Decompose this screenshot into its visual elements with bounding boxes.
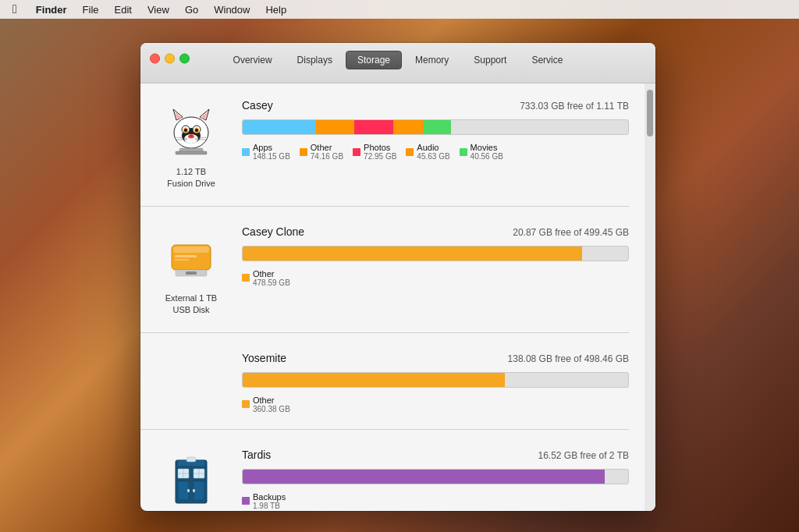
drive-icon-tardis: External 3 TBUSB Disk: [140, 445, 242, 511]
legend-name: Other: [253, 395, 290, 405]
drive-header: Casey 733.03 GB free of 1.11 TB: [242, 99, 629, 112]
bar-segment: [243, 373, 505, 387]
drive-free-space: 16.52 GB free of 2 TB: [538, 450, 629, 461]
bar-segment: [354, 120, 392, 134]
legend-item: Backups 1.98 TB: [242, 492, 286, 510]
bar-segment: [424, 120, 451, 134]
svg-rect-37: [194, 481, 204, 500]
svg-rect-22: [173, 246, 209, 253]
svg-point-12: [195, 129, 198, 132]
legend-color-dot: [242, 497, 250, 505]
tab-support[interactable]: Support: [462, 51, 518, 69]
bar-segment: [243, 246, 582, 261]
drive-info-casey: Casey 733.03 GB free of 1.11 TB Apps 148…: [242, 96, 629, 161]
close-button[interactable]: [150, 53, 160, 63]
legend-item: Movies 40.56 GB: [460, 143, 503, 161]
legend-name: Other: [311, 143, 343, 152]
legend-name: Other: [253, 269, 290, 278]
legend-item: Apps 148.15 GB: [242, 143, 290, 161]
legend-item: Audio 45.63 GB: [406, 143, 449, 161]
drive-name: Tardis: [242, 449, 271, 461]
menubar-help[interactable]: Help: [259, 0, 293, 19]
scrollbar-track[interactable]: [645, 83, 655, 511]
bar-segment: [316, 120, 354, 134]
drive-name: Casey: [242, 99, 273, 112]
tabs: OverviewDisplaysStorageMemorySupportServ…: [222, 51, 575, 69]
drive-header: Casey Clone 20.87 GB free of 499.45 GB: [242, 225, 629, 238]
drive-info-yosemite: Yosemite 138.08 GB free of 498.46 GB Oth…: [242, 349, 629, 413]
tab-displays[interactable]: Displays: [286, 51, 344, 69]
bar-segment: [393, 120, 424, 134]
svg-rect-36: [178, 481, 189, 500]
legend-size: 478.59 GB: [253, 278, 290, 287]
minimize-button[interactable]: [165, 53, 175, 63]
drive-info-casey-clone: Casey Clone 20.87 GB free of 499.45 GB O…: [242, 222, 629, 287]
svg-rect-25: [175, 255, 197, 257]
svg-rect-38: [187, 489, 190, 492]
legend-name: Audio: [417, 143, 449, 152]
menubar:  Finder File Edit View Go Window Help: [0, 0, 799, 19]
legend-item: Other 74.16 GB: [300, 143, 343, 161]
tab-storage[interactable]: Storage: [346, 51, 402, 69]
svg-rect-29: [186, 457, 196, 462]
svg-rect-39: [193, 489, 195, 492]
about-this-mac-window: OverviewDisplaysStorageMemorySupportServ…: [140, 43, 655, 511]
storage-legend: Other 360.38 GB: [242, 395, 629, 413]
content-area: 1.12 TBFusion Drive Casey 733.03 GB free…: [140, 83, 655, 511]
legend-size: 74.16 GB: [311, 152, 343, 161]
menubar-file[interactable]: File: [76, 0, 105, 19]
legend-item: Other 478.59 GB: [242, 269, 290, 287]
menubar-window[interactable]: Window: [208, 0, 256, 19]
menubar-go[interactable]: Go: [179, 0, 204, 19]
drive-item-tardis: External 3 TBUSB Disk Tardis 16.52 GB fr…: [140, 445, 629, 511]
storage-bar: [242, 372, 629, 388]
legend-text: Other 74.16 GB: [311, 143, 343, 161]
legend-size: 45.63 GB: [417, 152, 449, 161]
drive-info-tardis: Tardis 16.52 GB free of 2 TB Backups 1.9…: [242, 445, 629, 510]
legend-text: Movies 40.56 GB: [471, 143, 503, 161]
storage-legend: Backups 1.98 TB: [242, 492, 629, 510]
drive-item-casey: 1.12 TBFusion Drive Casey 733.03 GB free…: [140, 96, 629, 207]
legend-name: Apps: [253, 143, 290, 152]
legend-text: Audio 45.63 GB: [417, 143, 449, 161]
drive-icon-casey: 1.12 TBFusion Drive: [140, 96, 242, 190]
drive-free-space: 733.03 GB free of 1.11 TB: [520, 101, 629, 112]
menubar-view[interactable]: View: [141, 0, 176, 19]
svg-rect-26: [175, 259, 189, 261]
legend-size: 148.15 GB: [253, 152, 290, 161]
legend-item: Photos 72.95 GB: [353, 143, 396, 161]
scrollbar-thumb[interactable]: [647, 90, 653, 137]
drive-free-space: 138.08 GB free of 498.46 GB: [508, 353, 629, 364]
legend-name: Photos: [364, 143, 396, 152]
legend-name: Backups: [253, 492, 286, 502]
bar-segment: [243, 470, 605, 484]
maximize-button[interactable]: [179, 53, 190, 63]
legend-size: 40.56 GB: [471, 152, 503, 161]
drive-name: Yosemite: [242, 352, 286, 364]
legend-size: 1.98 TB: [253, 502, 286, 510]
apple-menu[interactable]: : [6, 0, 23, 19]
drive-header: Tardis 16.52 GB free of 2 TB: [242, 449, 629, 461]
bar-segment: [243, 120, 316, 134]
drive-header: Yosemite 138.08 GB free of 498.46 GB: [242, 352, 629, 364]
tab-overview[interactable]: Overview: [222, 51, 284, 69]
drive-item-casey-clone: External 1 TBUSB Disk Casey Clone 20.87 …: [140, 222, 629, 333]
drive-label-casey-clone: External 1 TBUSB Disk: [165, 293, 217, 317]
legend-size: 72.95 GB: [364, 152, 396, 161]
legend-text: Backups 1.98 TB: [253, 492, 286, 510]
storage-bar: [242, 469, 629, 484]
legend-text: Other 478.59 GB: [253, 269, 290, 287]
titlebar: OverviewDisplaysStorageMemorySupportServ…: [140, 43, 655, 83]
storage-bar: [242, 246, 629, 261]
legend-color-dot: [242, 274, 250, 282]
tab-memory[interactable]: Memory: [403, 51, 460, 69]
traffic-lights: [150, 53, 190, 63]
menubar-edit[interactable]: Edit: [108, 0, 138, 19]
legend-color-dot: [353, 148, 360, 156]
svg-point-11: [184, 129, 187, 132]
drive-free-space: 20.87 GB free of 499.45 GB: [513, 227, 629, 238]
legend-color-dot: [242, 400, 250, 408]
tab-service[interactable]: Service: [520, 51, 574, 69]
menubar-finder[interactable]: Finder: [30, 0, 73, 19]
legend-text: Photos 72.95 GB: [364, 143, 396, 161]
